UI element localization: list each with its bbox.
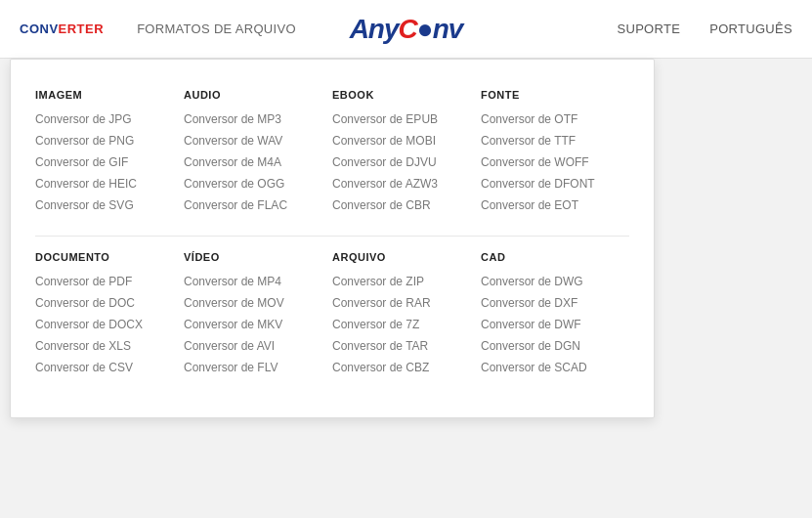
section-title-fonte: FONTE — [481, 89, 615, 101]
list-item[interactable]: Conversor de DXF — [481, 292, 615, 314]
language-nav[interactable]: PORTUGUÊS — [709, 22, 792, 36]
list-item[interactable]: Conversor de OTF — [481, 108, 615, 130]
list-item[interactable]: Conversor de HEIC — [35, 173, 169, 194]
list-item[interactable]: Conversor de EOT — [481, 194, 615, 216]
menu-section-fonte: FONTEConversor de OTFConversor de TTFCon… — [481, 79, 629, 236]
section-title-video: VÍDEO — [184, 251, 318, 263]
list-item[interactable]: Conversor de DGN — [481, 335, 615, 357]
list-item[interactable]: Conversor de JPG — [35, 108, 169, 130]
list-item[interactable]: Conversor de CSV — [35, 357, 169, 378]
list-item[interactable]: Conversor de DWG — [481, 271, 615, 292]
list-item[interactable]: Conversor de MOV — [184, 292, 318, 314]
list-item[interactable]: Conversor de PNG — [35, 130, 169, 151]
list-item[interactable]: Conversor de XLS — [35, 335, 169, 357]
section-title-imagem: IMAGEM — [35, 89, 169, 101]
dropdown-menu: IMAGEMConversor de JPGConversor de PNGCo… — [10, 59, 655, 418]
list-item[interactable]: Conversor de PDF — [35, 271, 169, 292]
list-item[interactable]: Conversor de EPUB — [332, 108, 466, 130]
section-title-arquivo: ARQUIVO — [332, 251, 466, 263]
list-item[interactable]: Conversor de DOCX — [35, 314, 169, 335]
list-item[interactable]: Conversor de GIF — [35, 151, 169, 173]
nav-left: CONVERTER FORMATOS DE ARQUIVO — [20, 22, 316, 36]
header: CONVERTER FORMATOS DE ARQUIVO AnyC●nv SU… — [0, 0, 812, 59]
list-item[interactable]: Conversor de CBZ — [332, 357, 466, 378]
list-item[interactable]: Conversor de SCAD — [481, 357, 615, 378]
list-item[interactable]: Conversor de DOC — [35, 292, 169, 314]
logo-container: AnyC●nv — [350, 14, 463, 45]
section-title-audio: AUDIO — [184, 89, 318, 101]
list-item[interactable]: Conversor de AZW3 — [332, 173, 466, 194]
list-item[interactable]: Conversor de OGG — [184, 173, 318, 194]
list-item[interactable]: Conversor de MP4 — [184, 271, 318, 292]
list-item[interactable]: Conversor de WOFF — [481, 151, 615, 173]
section-title-cad: CAD — [481, 251, 615, 263]
nav-right: SUPORTE PORTUGUÊS — [617, 22, 792, 36]
list-item[interactable]: Conversor de MP3 — [184, 108, 318, 130]
menu-section-audio: AUDIOConversor de MP3Conversor de WAVCon… — [184, 79, 332, 236]
list-item[interactable]: Conversor de DWF — [481, 314, 615, 335]
logo[interactable]: AnyC●nv — [350, 14, 463, 45]
list-item[interactable]: Conversor de 7Z — [332, 314, 466, 335]
list-item[interactable]: Conversor de TTF — [481, 130, 615, 151]
list-item[interactable]: Conversor de DJVU — [332, 151, 466, 173]
formats-nav[interactable]: FORMATOS DE ARQUIVO — [117, 22, 316, 36]
section-title-ebook: EBOOK — [332, 89, 466, 101]
menu-section-imagem: IMAGEMConversor de JPGConversor de PNGCo… — [35, 79, 184, 236]
suporte-nav[interactable]: SUPORTE — [617, 22, 680, 36]
menu-section-ebook: EBOOKConversor de EPUBConversor de MOBIC… — [332, 79, 481, 236]
list-item[interactable]: Conversor de CBR — [332, 194, 466, 216]
converter-nav[interactable]: CONVERTER — [20, 22, 117, 36]
menu-section-arquivo: ARQUIVOConversor de ZIPConversor de RARC… — [332, 236, 481, 398]
menu-section-video: VÍDEOConversor de MP4Conversor de MOVCon… — [184, 236, 332, 398]
list-item[interactable]: Conversor de MOBI — [332, 130, 466, 151]
menu-section-cad: CADConversor de DWGConversor de DXFConve… — [481, 236, 629, 398]
list-item[interactable]: Conversor de AVI — [184, 335, 318, 357]
list-item[interactable]: Conversor de FLAC — [184, 194, 318, 216]
menu-section-documento: DOCUMENTOConversor de PDFConversor de DO… — [35, 236, 184, 398]
list-item[interactable]: Conversor de DFONT — [481, 173, 615, 194]
list-item[interactable]: Conversor de SVG — [35, 194, 169, 216]
list-item[interactable]: Conversor de M4A — [184, 151, 318, 173]
list-item[interactable]: Conversor de RAR — [332, 292, 466, 314]
section-title-documento: DOCUMENTO — [35, 251, 169, 263]
list-item[interactable]: Conversor de ZIP — [332, 271, 466, 292]
list-item[interactable]: Conversor de FLV — [184, 357, 318, 378]
list-item[interactable]: Conversor de MKV — [184, 314, 318, 335]
list-item[interactable]: Conversor de TAR — [332, 335, 466, 357]
list-item[interactable]: Conversor de WAV — [184, 130, 318, 151]
